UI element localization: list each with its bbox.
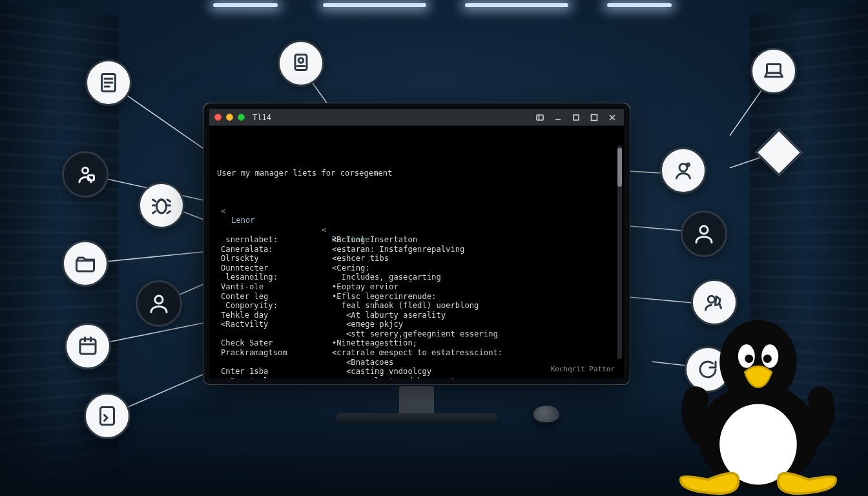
row-right: <eshcer tibs xyxy=(332,254,389,264)
row-right: <Bnatacoes xyxy=(332,358,393,367)
row-right: <Rctung Insertaton xyxy=(332,235,417,245)
row-left: Conporyity: xyxy=(221,301,278,311)
row-left: Prackramagtsom xyxy=(221,348,287,358)
svg-point-47 xyxy=(763,355,772,363)
user-icon xyxy=(136,280,182,327)
row-left: Olrsckty xyxy=(221,254,259,264)
terminal-window: Tl14 User my manager liets for corsegeme… xyxy=(203,103,630,384)
terminal-row: snernlabet:<Rctung Insertaton xyxy=(217,235,616,245)
svg-rect-38 xyxy=(592,114,597,120)
svg-rect-29 xyxy=(767,65,781,74)
row-right: <eoslert_cad brogpectonas xyxy=(332,377,474,378)
script-icon xyxy=(84,393,130,439)
restore-button[interactable] xyxy=(570,112,583,123)
terminal-row: <Ractvilty <emege pkjcy xyxy=(217,320,616,329)
folder-icon xyxy=(62,240,108,287)
row-right: •Ninetteagesttion; xyxy=(332,338,417,348)
badge-icon xyxy=(278,40,324,87)
monitor-stand-neck xyxy=(399,386,434,416)
ceiling-light xyxy=(465,3,568,7)
svg-point-21 xyxy=(155,296,163,304)
row-right: Includes, gaseçarting xyxy=(332,273,441,282)
right-collapse-marker: < xyxy=(322,225,326,235)
terminal-row: Tehkle day <At laburty aserality xyxy=(217,311,616,320)
row-right: <cratrale œespoct to estatressciont: xyxy=(332,348,502,358)
row-right: <casting vndoolcgy xyxy=(332,367,431,377)
close-traffic-light[interactable] xyxy=(214,114,222,121)
svg-rect-34 xyxy=(537,115,543,120)
security-icon xyxy=(62,151,108,198)
row-left: Vanti-ole xyxy=(221,282,264,292)
row-right: <Cering: xyxy=(332,264,370,273)
row-left: Conter leg xyxy=(221,292,268,302)
row-right: <At laburty aserality xyxy=(332,311,446,320)
svg-rect-26 xyxy=(101,408,114,425)
terminal-row: Caneralata:<estaran: Instafgenrepalving xyxy=(217,245,616,254)
row-right: <stt serery,gefeegnient essering xyxy=(332,329,498,339)
terminal-rows: snernlabet:<Rctung InsertatonCaneralata:… xyxy=(217,235,616,378)
svg-point-46 xyxy=(745,355,753,363)
tux-mascot-icon xyxy=(674,309,842,496)
traffic-lights xyxy=(214,114,245,121)
minimize-traffic-light[interactable] xyxy=(226,114,233,121)
terminal-row: lesanoilng: Includes, gaseçarting xyxy=(217,273,616,282)
row-right: <estaran: Instafgenrepalving xyxy=(332,245,464,254)
terminal-row: Check Sater•Ninetteagesttion; xyxy=(217,338,616,348)
ceiling-light xyxy=(213,3,278,7)
ceiling-light xyxy=(323,3,426,7)
terminal-row: Conter leg•Eflsc legercinrenude: xyxy=(217,292,616,302)
row-right: <emege pkjcy xyxy=(332,320,403,329)
row-right: feal snhaok (fledl) uoerblong xyxy=(332,301,479,311)
profile-icon xyxy=(681,211,727,257)
window-title: Tl14 xyxy=(253,113,271,122)
row-left: Check Sater xyxy=(221,338,273,348)
svg-rect-19 xyxy=(88,176,94,181)
monitor-stand-base xyxy=(336,413,497,424)
row-left: Cnter 1sba xyxy=(221,367,268,377)
terminal-row: ~ Rasetonly <eoslert_cad brogpectonas xyxy=(217,377,616,378)
svg-point-43 xyxy=(719,320,797,404)
svg-point-32 xyxy=(700,226,708,234)
close-button[interactable] xyxy=(606,112,619,123)
left-collapse-marker: < xyxy=(221,207,225,216)
term-header: User my manager liets for corsegement xyxy=(217,169,616,178)
row-left: Caneralata: xyxy=(221,245,273,254)
panel-icon[interactable] xyxy=(533,112,546,123)
left-column-header: Lenor xyxy=(231,216,255,225)
row-left: Tehkle day xyxy=(221,311,268,320)
terminal-row: Prackramagtsom<cratrale œespoct to estat… xyxy=(217,348,616,358)
svg-point-33 xyxy=(708,296,715,303)
bug-icon xyxy=(138,182,185,229)
titlebar: Tl14 xyxy=(209,109,624,126)
svg-point-18 xyxy=(83,168,88,174)
maximize-button[interactable] xyxy=(588,112,601,123)
terminal-row: Conporyity: feal snhaok (fledl) uoerblon… xyxy=(217,301,616,311)
row-left: Ounntecter xyxy=(221,264,268,273)
svg-point-31 xyxy=(687,163,689,166)
mouse xyxy=(533,406,559,422)
row-right: •Eflsc legercinrenude: xyxy=(332,292,436,302)
ceiling-light xyxy=(607,3,672,7)
row-left: lesanoilng: xyxy=(221,273,278,282)
svg-rect-22 xyxy=(80,340,96,355)
row-left: <Ractvilty xyxy=(221,320,268,329)
calendar-icon xyxy=(65,323,111,369)
zoom-traffic-light[interactable] xyxy=(238,114,245,121)
watermark: Kechqrit Pattor xyxy=(551,365,615,375)
avatar-icon xyxy=(660,147,707,194)
row-left: ~ Rasetonly xyxy=(221,377,273,378)
checklist-icon xyxy=(85,59,132,106)
svg-rect-37 xyxy=(574,115,579,120)
scrollbar[interactable] xyxy=(617,145,622,359)
term-columns-header: < Lenor < Ro Itele xyxy=(217,197,616,207)
terminal-row: <stt serery,gefeegnient essering xyxy=(217,329,616,339)
terminal-row: Vanti-ole•Eoptay ervior xyxy=(217,282,616,292)
laptop-icon xyxy=(750,48,797,94)
terminal-row: Olrsckty<eshcer tibs xyxy=(217,254,616,264)
terminal-row: Ounntecter<Cering: xyxy=(217,264,616,273)
terminal-body[interactable]: User my manager liets for corsegement < … xyxy=(209,126,624,378)
svg-point-28 xyxy=(298,58,304,63)
row-left: snernlabet: xyxy=(221,235,278,245)
minimize-button[interactable] xyxy=(552,112,564,123)
row-right: •Eoptay ervior xyxy=(332,282,398,292)
